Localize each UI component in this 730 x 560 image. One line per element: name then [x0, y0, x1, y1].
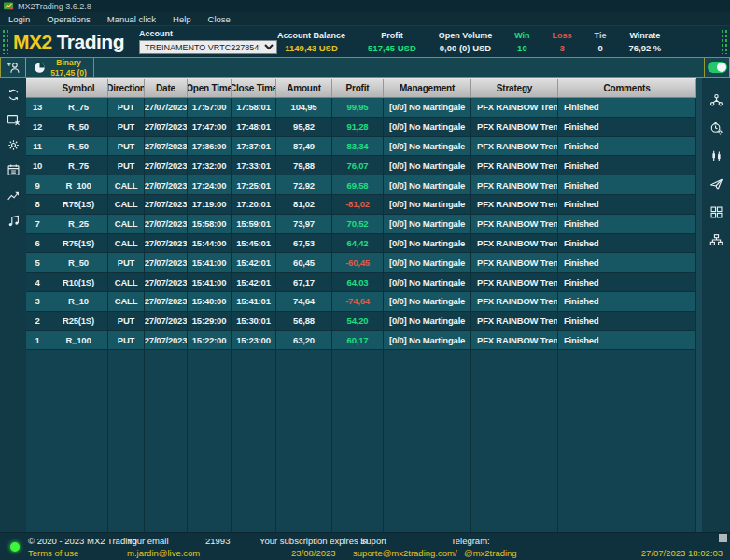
calendar-button[interactable]: [0, 158, 26, 183]
cell-profit: -74,64: [332, 292, 384, 312]
filler-cell: [558, 350, 696, 532]
stat-value: 10: [514, 43, 529, 53]
cell-strategy: PFX RAINBOW Trend: [471, 137, 558, 157]
menu-item-login[interactable]: Login: [0, 12, 38, 26]
cell-number: 11: [26, 137, 49, 157]
terms-of-use-link[interactable]: Terms of use: [28, 548, 78, 558]
table-row[interactable]: 7R_25CALL27/07/202315:58:0015:59:0173,97…: [26, 215, 696, 234]
cell-comments: Finished: [558, 137, 696, 157]
cell-date: 27/07/2023: [145, 195, 188, 215]
col-header-management[interactable]: Management: [384, 79, 471, 98]
timer-button[interactable]: [702, 114, 730, 142]
cell-management: [0/0] No Martingale: [384, 98, 471, 118]
logo-secondary: Trading: [57, 31, 124, 53]
col-header-close-time[interactable]: Close Time: [232, 79, 276, 98]
menu-item-operations[interactable]: Operations: [38, 12, 98, 26]
music-button[interactable]: [0, 208, 26, 233]
stat-value: 3: [553, 43, 572, 53]
table-row[interactable]: 8R75(1S)CALL27/07/202317:19:0017:20:0181…: [26, 195, 696, 215]
cell-date: 27/07/2023: [145, 98, 188, 118]
col-header-direction[interactable]: Direction: [108, 79, 145, 98]
email-label: Your email: [127, 536, 169, 546]
col-header-symbol[interactable]: Symbol: [49, 79, 108, 98]
cell-amount: 63,20: [276, 331, 332, 351]
candlestick-icon: [709, 149, 723, 163]
cell-strategy: PFX RAINBOW Trend: [471, 215, 558, 234]
cell-direction: PUT: [108, 98, 145, 118]
col-header-date[interactable]: Date: [145, 79, 188, 98]
grid-button[interactable]: [702, 198, 730, 226]
footer: © 2020 - 2023 MX2 Trading Terms of use Y…: [0, 532, 730, 560]
table-row[interactable]: 13R_75PUT27/07/202317:57:0017:58:01104,9…: [26, 98, 696, 118]
cell-close-time: 17:37:01: [232, 137, 276, 157]
subscription-label: Your subscription expires in: [260, 536, 368, 546]
table-row[interactable]: 5R_50PUT27/07/202315:41:0015:42:0160,45-…: [26, 253, 696, 273]
account-block: Account TREINAMENTO VRTC2278543: [139, 29, 277, 54]
table-row[interactable]: 12R_50PUT27/07/202317:47:0017:48:0195,82…: [26, 118, 696, 137]
cell-date: 27/07/2023: [145, 292, 188, 312]
tab-binary[interactable]: Binary 517,45 (0): [26, 58, 94, 77]
stat-label: Winrate: [628, 31, 661, 40]
col-header-number[interactable]: [26, 79, 49, 98]
table-row[interactable]: 4R10(1S)CALL27/07/202315:41:0015:42:0167…: [26, 273, 696, 292]
filler-cell: [332, 350, 384, 532]
add-user-button[interactable]: [0, 58, 26, 77]
cell-management: [0/0] No Martingale: [384, 273, 471, 292]
tab-binary-text: Binary 517,45 (0): [50, 58, 87, 77]
cell-profit: -81,02: [332, 195, 384, 215]
table-row[interactable]: 11R_50PUT27/07/202317:36:0017:37:0187,49…: [26, 137, 696, 157]
cell-date: 27/07/2023: [145, 156, 188, 175]
music-icon: [7, 214, 21, 228]
col-header-open-time[interactable]: Open Time: [188, 79, 232, 98]
cell-amount: 74,64: [276, 292, 332, 312]
left-rail: [0, 78, 26, 532]
menu-item-manual-click[interactable]: Manual click: [99, 12, 164, 26]
enabled-toggle[interactable]: [704, 58, 730, 77]
cell-direction: CALL: [108, 195, 145, 215]
support-email-link[interactable]: suporte@mx2trading.com: [353, 548, 455, 558]
table-row[interactable]: 6R75(1S)CALL27/07/202315:44:0015:45:0167…: [26, 234, 696, 254]
close-window-button[interactable]: [0, 107, 26, 133]
table-row[interactable]: 2R25(1S)PUT27/07/202315:29:0015:30:0156,…: [26, 312, 696, 331]
email-link[interactable]: m.jardin@live.com: [127, 548, 200, 558]
cell-amount: 67,17: [276, 273, 332, 292]
table-row[interactable]: 1R_100PUT27/07/202315:22:0015:23:0063,20…: [26, 331, 696, 351]
send-button[interactable]: [702, 170, 730, 198]
cell-date: 27/07/2023: [145, 312, 188, 331]
cell-strategy: PFX RAINBOW Trend: [471, 331, 558, 351]
cell-date: 27/07/2023: [145, 253, 188, 273]
menu-item-help[interactable]: Help: [164, 12, 200, 26]
col-header-comments[interactable]: Comments: [558, 79, 696, 98]
cell-profit: 54,20: [332, 312, 384, 331]
cell-strategy: PFX RAINBOW Trend: [471, 253, 558, 273]
cell-close-time: 15:30:01: [232, 312, 276, 331]
menu-item-close[interactable]: Close: [200, 12, 239, 26]
cell-open-time: 15:29:00: [188, 312, 232, 331]
calendar-icon: [7, 163, 21, 177]
cell-direction: CALL: [108, 292, 145, 312]
col-header-profit[interactable]: Profit: [332, 79, 384, 98]
stat-tie: Tie0: [595, 31, 607, 53]
col-header-amount[interactable]: Amount: [276, 79, 332, 98]
refresh-button[interactable]: [0, 82, 26, 107]
network-button[interactable]: [702, 86, 730, 114]
table-row[interactable]: 9R_100CALL27/07/202317:24:0017:25:0172,9…: [26, 175, 696, 195]
chart-button[interactable]: [0, 183, 26, 208]
telegram-handle-link[interactable]: @mx2trading: [464, 548, 517, 558]
subscription-date: 23/08/2023: [291, 548, 336, 558]
hierarchy-button[interactable]: [702, 226, 730, 254]
table-row[interactable]: 10R_75PUT27/07/202317:32:0017:33:0179,88…: [26, 156, 696, 175]
col-header-strategy[interactable]: Strategy: [471, 79, 558, 98]
cell-strategy: PFX RAINBOW Trend: [471, 118, 558, 137]
account-select[interactable]: TREINAMENTO VRTC2278543: [139, 40, 277, 54]
cell-symbol: R75(1S): [49, 234, 108, 254]
main-area: SymbolDirectionDateOpen TimeClose TimeAm…: [0, 78, 730, 532]
candlestick-button[interactable]: [702, 142, 730, 170]
gear-button[interactable]: [0, 133, 26, 158]
copyright-text: © 2020 - 2023 MX2 Trading: [28, 536, 137, 546]
toggle-switch-on[interactable]: [708, 62, 727, 73]
table-row[interactable]: 3R_10CALL27/07/202315:40:0015:41:0174,64…: [26, 292, 696, 312]
cell-comments: Finished: [558, 273, 696, 292]
cell-symbol: R10(1S): [49, 273, 108, 292]
cell-amount: 72,92: [276, 175, 332, 195]
